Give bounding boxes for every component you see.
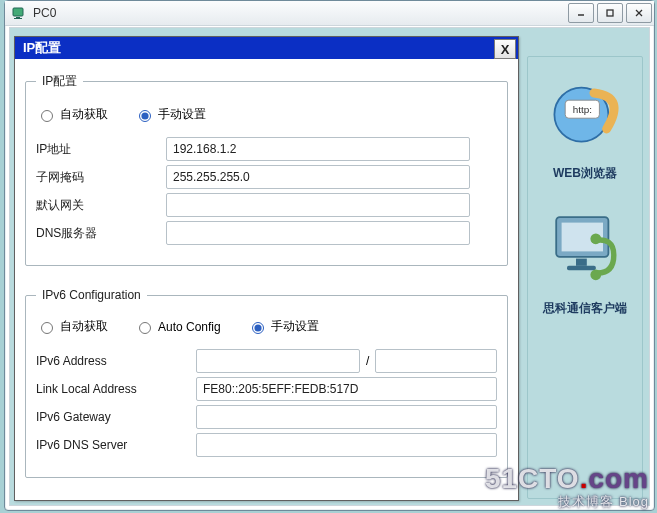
svg-rect-4 — [607, 10, 613, 16]
ipv4-manual-radio[interactable] — [139, 110, 151, 122]
cisco-client-icon — [535, 196, 635, 296]
minimize-button[interactable] — [568, 3, 594, 23]
default-gateway-label: 默认网关 — [36, 197, 166, 214]
ipv6-group: IPv6 Configuration 自动获取 Auto Config 手 — [25, 288, 508, 478]
dialog-close-button[interactable]: X — [494, 39, 516, 59]
ipv6-auto-label: 自动获取 — [60, 318, 108, 335]
ipv6-dns-input[interactable] — [196, 433, 497, 457]
outer-window: PC0 http: WEB浏览器 — [4, 0, 655, 511]
ipv4-legend: IP配置 — [36, 73, 83, 90]
ipv6-prefix-input[interactable] — [375, 349, 497, 373]
ipv4-auto-label: 自动获取 — [60, 106, 108, 123]
svg-point-14 — [590, 269, 601, 280]
ipv6-dns-label: IPv6 DNS Server — [36, 438, 196, 452]
subnet-mask-label: 子网掩码 — [36, 169, 166, 186]
maximize-button[interactable] — [597, 3, 623, 23]
ipv4-manual-option[interactable]: 手动设置 — [134, 106, 206, 123]
ipv6-auto-radio[interactable] — [41, 322, 53, 334]
subnet-mask-input[interactable] — [166, 165, 470, 189]
link-local-label: Link Local Address — [36, 382, 196, 396]
dns-server-label: DNS服务器 — [36, 225, 166, 242]
ipv4-manual-label: 手动设置 — [158, 106, 206, 123]
ipv6-legend: IPv6 Configuration — [36, 288, 147, 302]
dns-server-input[interactable] — [166, 221, 470, 245]
ip-address-input[interactable] — [166, 137, 470, 161]
ipv6-gateway-label: IPv6 Gateway — [36, 410, 196, 424]
ipv4-group: IP配置 自动获取 手动设置 IP地址 — [25, 73, 508, 266]
window-controls — [568, 3, 652, 23]
outer-titlebar: PC0 — [5, 1, 654, 26]
right-panel: http: WEB浏览器 思科通信客户 — [527, 56, 643, 499]
ipv6-address-input[interactable] — [196, 349, 360, 373]
ipv6-autoconf-label: Auto Config — [158, 320, 221, 334]
ipv4-auto-radio[interactable] — [41, 110, 53, 122]
web-browser-label: WEB浏览器 — [534, 165, 636, 182]
ipv6-manual-option[interactable]: 手动设置 — [247, 318, 319, 335]
ipv6-manual-radio[interactable] — [252, 322, 264, 334]
dialog-title: IP配置 — [23, 39, 61, 57]
web-browser-item[interactable]: http: WEB浏览器 — [534, 61, 636, 182]
ip-address-label: IP地址 — [36, 141, 166, 158]
dialog-body: IP配置 自动获取 手动设置 IP地址 — [15, 59, 518, 510]
link-local-input[interactable] — [196, 377, 497, 401]
svg-text:http:: http: — [573, 104, 592, 115]
svg-point-15 — [590, 233, 601, 244]
close-window-button[interactable] — [626, 3, 652, 23]
cisco-client-label: 思科通信客户端 — [534, 300, 636, 317]
outer-window-title: PC0 — [33, 6, 56, 20]
close-icon: X — [501, 42, 510, 57]
ipv6-auto-option[interactable]: 自动获取 — [36, 318, 108, 335]
app-icon — [11, 5, 27, 21]
ipv6-autoconf-radio[interactable] — [139, 322, 151, 334]
outer-body: http: WEB浏览器 思科通信客户 — [9, 27, 650, 506]
ipv6-gateway-input[interactable] — [196, 405, 497, 429]
ipv4-auto-option[interactable]: 自动获取 — [36, 106, 108, 123]
ipv6-address-label: IPv6 Address — [36, 354, 196, 368]
dialog-titlebar: IP配置 X — [15, 37, 518, 59]
ipv6-prefix-slash: / — [360, 354, 375, 368]
ipv6-autoconf-option[interactable]: Auto Config — [134, 319, 221, 334]
default-gateway-input[interactable] — [166, 193, 470, 217]
cisco-client-item[interactable]: 思科通信客户端 — [534, 196, 636, 317]
svg-rect-12 — [576, 259, 587, 266]
svg-rect-2 — [14, 18, 22, 19]
web-browser-icon: http: — [535, 61, 635, 161]
svg-rect-0 — [13, 8, 23, 16]
ipv4-mode-row: 自动获取 手动设置 — [36, 106, 497, 123]
svg-rect-13 — [567, 266, 596, 271]
ipv6-manual-label: 手动设置 — [271, 318, 319, 335]
ip-config-dialog: IP配置 X IP配置 自动获取 手动设置 — [14, 36, 519, 501]
ipv6-mode-row: 自动获取 Auto Config 手动设置 — [36, 318, 497, 335]
